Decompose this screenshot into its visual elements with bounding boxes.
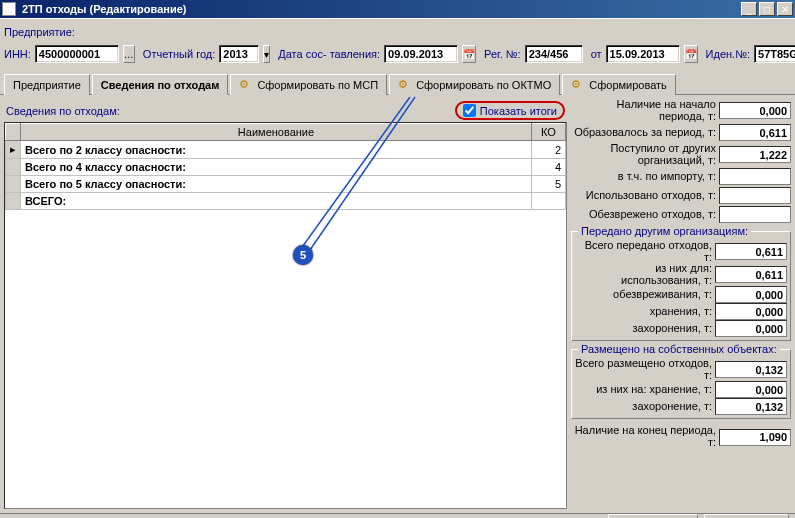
- year-spin[interactable]: ▾: [263, 45, 270, 63]
- balance-end-field[interactable]: [719, 429, 791, 446]
- col-marker: [6, 124, 21, 141]
- window-title: 2ТП отходы (Редактирование): [18, 3, 739, 15]
- iden-label: Иден.№:: [706, 48, 750, 60]
- header-toolbar: Предприятие: ИНН: … Отчетный год: ▾ Дата…: [0, 18, 795, 69]
- right-column: Наличие на начало периода, т: Образовало…: [571, 99, 791, 509]
- g2-total-label: Всего размещено отходов, т:: [575, 358, 715, 381]
- reg-field[interactable]: [525, 45, 583, 63]
- callout-badge: 5: [293, 245, 313, 265]
- g1-total-field[interactable]: [715, 243, 787, 260]
- date-label: Дата сос- тавления:: [278, 49, 380, 60]
- save-button[interactable]: ✔Сохранить: [608, 514, 698, 519]
- waste-table: Наименование КО ▸ Всего по 2 классу опас…: [5, 123, 566, 210]
- tab-form-msp[interactable]: ⚙Сформировать по МСП: [230, 74, 387, 95]
- group-own-objects: Размещено на собственных объектах: Всего…: [571, 349, 791, 419]
- gear-icon: ⚙: [239, 78, 253, 92]
- tab-waste-info[interactable]: Сведения по отходам: [92, 74, 229, 95]
- group-own-legend: Размещено на собственных объектах:: [578, 343, 780, 355]
- inn-field[interactable]: [35, 45, 119, 63]
- year-field[interactable]: [219, 45, 259, 63]
- import-field[interactable]: [719, 168, 791, 185]
- g1-total-label: Всего передано отходов, т:: [575, 240, 715, 263]
- title-bar: 2ТП отходы (Редактирование) _ □ ✕: [0, 0, 795, 18]
- formed-label: Образовалось за период, т:: [571, 127, 719, 139]
- balance-start-field[interactable]: [719, 102, 791, 119]
- formed-field[interactable]: [719, 124, 791, 141]
- table-row[interactable]: Всего по 4 классу опасности:4: [6, 159, 566, 176]
- g1-store-label: хранения, т:: [575, 306, 715, 318]
- show-totals-checkbox[interactable]: [463, 104, 476, 117]
- g2-total-field[interactable]: [715, 361, 787, 378]
- year-label: Отчетный год:: [143, 48, 215, 60]
- g1-neut-label: обезвреживания, т:: [575, 289, 715, 301]
- col-ko[interactable]: КО: [532, 124, 566, 141]
- tab-enterprise[interactable]: Предприятие: [4, 74, 90, 95]
- g2-store-field[interactable]: [715, 381, 787, 398]
- g1-use-label: из них для: использования, т:: [575, 263, 715, 286]
- used-field[interactable]: [719, 187, 791, 204]
- g1-neut-field[interactable]: [715, 286, 787, 303]
- maximize-button[interactable]: □: [759, 2, 775, 16]
- left-column: Сведения по отходам: Показать итоги Наим…: [4, 99, 567, 509]
- group-transferred-legend: Передано другим организациям:: [578, 225, 751, 237]
- row-marker: ▸: [6, 141, 21, 159]
- date-picker-button[interactable]: 📅: [462, 45, 476, 63]
- close-button[interactable]: ✕: [777, 2, 793, 16]
- show-totals-label: Показать итоги: [480, 105, 557, 117]
- gear-icon: ⚙: [571, 78, 585, 92]
- show-totals-wrap: Показать итоги: [455, 101, 565, 120]
- gear-icon: ⚙: [398, 78, 412, 92]
- g1-use-field[interactable]: [715, 266, 787, 283]
- neutralized-label: Обезврежено отходов, т:: [571, 209, 719, 221]
- cancel-button[interactable]: ✖Отменить: [704, 514, 789, 519]
- footer: Всего по 2 классу опасности: ✔Сохранить …: [0, 513, 795, 518]
- used-label: Использовано отходов, т:: [571, 190, 719, 202]
- reg-label: Рег. №:: [484, 48, 521, 60]
- main-area: Сведения по отходам: Показать итоги Наим…: [0, 95, 795, 513]
- table-row[interactable]: ▸ Всего по 2 классу опасности: 2: [6, 141, 566, 159]
- ot-label: от: [591, 48, 602, 60]
- grid-wrap: Наименование КО ▸ Всего по 2 классу опас…: [4, 122, 567, 509]
- g2-store-label: из них на: хранение, т:: [575, 384, 715, 396]
- minimize-button[interactable]: _: [741, 2, 757, 16]
- balance-end-label: Наличие на конец периода, т:: [571, 425, 719, 448]
- g1-bury-field[interactable]: [715, 320, 787, 337]
- g1-store-field[interactable]: [715, 303, 787, 320]
- inn-lookup-button[interactable]: …: [123, 45, 135, 63]
- ot-date-field[interactable]: [606, 45, 680, 63]
- neutralized-field[interactable]: [719, 206, 791, 223]
- col-name[interactable]: Наименование: [21, 124, 532, 141]
- enterprise-label: Предприятие:: [4, 26, 75, 38]
- grid-subheader-row: Сведения по отходам: Показать итоги: [4, 99, 567, 122]
- tab-form-oktmo[interactable]: ⚙Сформировать по ОКТМО: [389, 74, 560, 95]
- g2-bury-field[interactable]: [715, 398, 787, 415]
- received-label: Поступило от других организаций, т:: [571, 143, 719, 166]
- date-field[interactable]: [384, 45, 458, 63]
- tab-row: Предприятие Сведения по отходам ⚙Сформир…: [0, 69, 795, 95]
- g2-bury-label: захоронение, т:: [575, 401, 715, 413]
- table-row[interactable]: ВСЕГО:: [6, 193, 566, 210]
- tab-form[interactable]: ⚙Сформировать: [562, 74, 676, 95]
- app-icon: [2, 2, 16, 16]
- iden-field[interactable]: [754, 45, 795, 63]
- inn-label: ИНН:: [4, 48, 31, 60]
- g1-bury-label: захоронения, т:: [575, 323, 715, 335]
- ot-date-picker-button[interactable]: 📅: [684, 45, 698, 63]
- grid-subheader: Сведения по отходам:: [6, 105, 120, 117]
- balance-start-label: Наличие на начало периода, т:: [571, 99, 719, 122]
- import-label: в т.ч. по импорту, т:: [571, 171, 719, 183]
- table-row[interactable]: Всего по 5 классу опасности:5: [6, 176, 566, 193]
- received-field[interactable]: [719, 146, 791, 163]
- group-transferred: Передано другим организациям: Всего пере…: [571, 231, 791, 341]
